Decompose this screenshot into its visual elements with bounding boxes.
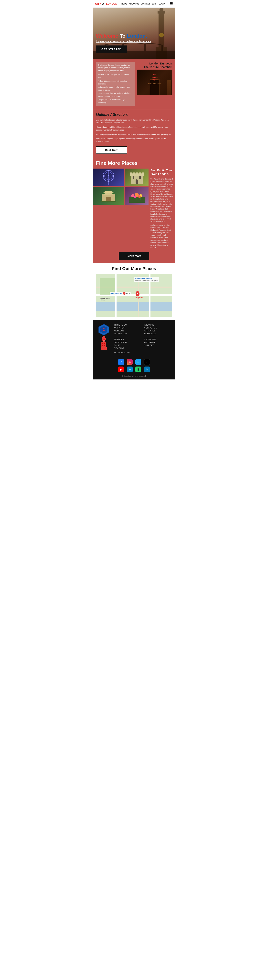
footer-about-us[interactable]: ABOUT US [144,324,172,326]
svg-rect-36 [142,172,144,174]
social-row-2: ▶ ✈ 📱 in [96,366,172,372]
learn-more-button[interactable]: Learn More [119,252,149,260]
footer-showcase[interactable]: SHOWCASE [144,339,172,340]
svg-rect-20 [108,180,109,182]
learn-more-row: Learn More [93,249,175,263]
nav-contact[interactable]: CONTACT [141,3,150,5]
svg-rect-39 [136,179,138,184]
nav-about[interactable]: ABOUT US [129,3,139,5]
fine-left-images [93,169,124,249]
flowers-svg [129,189,145,203]
instagram-icon[interactable]: ◎ [127,359,132,365]
footer-links: THING TO DO ABOUT US ACTIVITIES CONTACT … [114,324,172,354]
attraction-section: Multiple Attraction: Visit multiple top … [93,109,175,157]
footer-contact-us[interactable]: CONTACT US [144,327,172,329]
svg-rect-37 [133,177,134,179]
svg-rect-64 [102,345,103,346]
fine-section: Fine More Places [93,157,175,263]
nav-links: HOME ABOUT US CONTACT SURF LOG IN [121,3,165,5]
footer-resources[interactable]: RESOURCES [144,332,172,335]
dungeon-text1: The London Dungeon brings together an am… [98,64,133,72]
footer-museums[interactable]: MUSEUMS [114,330,142,332]
dungeon-enter-sign: Enter at Your Peril [139,83,171,85]
svg-rect-27 [100,201,116,202]
fine-best-title: Best Exotic Tour From London. [150,169,173,176]
hero-section: Welcome To London. It gives you an amazi… [93,8,175,59]
footer-inner: ⬡ [96,324,172,354]
big-ben-label: Big Ben [136,296,143,299]
svg-rect-25 [105,191,112,193]
london-eye-svg [103,169,114,186]
dungeon-image: thelondonDungeon Enter at Your Peril [137,70,172,95]
footer-links-grid: THING TO DO ABOUT US ACTIVITIES CONTACT … [114,324,172,354]
big-ben-pin: Big Ben [136,291,143,299]
svg-rect-32 [130,172,132,174]
hero-welcome: Welcome [96,33,118,39]
footer-discount[interactable]: DISCOUNT [114,347,142,351]
dungeon-text2: We love it. We know you will too. Here's… [98,73,133,79]
twitter-icon[interactable]: 🐦 [136,359,141,365]
hamburger-icon[interactable]: ☰ [170,2,173,6]
footer-activities[interactable]: ACTIVITIES [114,327,142,329]
svg-rect-26 [106,197,111,202]
linkedin-icon[interactable]: in [144,366,150,372]
nav-login[interactable]: LOG IN [159,3,165,5]
logo-of: OF [102,2,106,5]
nav-surf[interactable]: SURF [152,3,157,5]
fine-grid: Best Exotic Tour From London. The Royal … [93,169,175,249]
svg-point-28 [103,192,105,194]
svg-rect-38 [139,177,141,179]
attraction-text2: All attractions are within striking dist… [96,126,172,132]
footer-widgetkit[interactable]: WIDGETKIT [144,341,172,344]
dungeon-text5: State of the art theming and special eff… [98,92,133,95]
logo-london: LONDON [106,2,117,5]
fine-right: Best Exotic Tour From London. The Royal … [148,169,175,249]
svg-rect-54 [102,337,105,338]
whatsapp-icon[interactable]: 📱 [136,366,141,372]
flowers-image [125,187,148,205]
nav-home[interactable]: HOME [121,3,127,5]
book-now-button[interactable]: Book Now. [96,146,127,154]
footer-sales[interactable]: SALES [114,344,142,347]
footer-copyright: © Copyright All rights reserved. [96,375,172,379]
a302-label: A302 [125,292,131,295]
tiktok-icon[interactable]: ♪ [144,359,150,365]
building-svg [100,190,116,202]
dungeon-text4: 19 interactive shows, 20 live actors, 10… [98,86,133,92]
dungeon-inner: The London Dungeon brings together an am… [96,62,172,106]
footer-divider [96,357,172,357]
fine-middle-images [125,169,148,249]
attraction-text3: And with plenty of bars and restaurants … [96,133,172,136]
westminster-label: Westminster ⊖ [110,292,126,295]
map-box: Westminster ⊖ Boudiccan Rebellion Rivers… [96,274,172,317]
find-title: Find Out More Places [96,266,172,271]
dungeon-text7: Laughs, screams and cutting edge storyte… [98,98,133,104]
hex-svg: ⬡ [98,324,110,336]
footer-virtual-tour[interactable]: VIRTUAL TOUR [114,332,142,335]
dungeon-text-box: The London Dungeon brings together an am… [96,62,135,106]
footer-thing-to-do[interactable]: THING TO DO [114,324,142,326]
hero-to: To [120,33,127,39]
footer-book-ticket[interactable]: BOOK TICKET [114,341,142,344]
get-started-button[interactable]: GET STARTED [96,46,127,53]
svg-rect-40 [129,184,145,184]
footer-affiliates[interactable]: AFFILIATES [144,330,172,332]
svg-point-45 [134,196,136,198]
footer: ⬡ [93,320,175,379]
svg-rect-58 [101,347,107,350]
footer-services[interactable]: SERVICES [114,339,142,340]
svg-rect-57 [101,342,106,348]
london-eye-image [93,169,124,186]
youtube-icon[interactable]: ▶ [118,366,124,372]
footer-support[interactable]: SUPPORT [144,344,172,347]
fine-text1: The Royal Botanic Gardens of Kew is a wo… [150,178,173,223]
castle-svg [129,170,145,184]
logo-city: CITY [95,2,101,5]
svg-rect-19 [108,170,109,171]
find-section: Find Out More Places Westminster ⊖ Boudi… [93,263,175,320]
telegram-icon[interactable]: ✈ [127,366,132,372]
footer-logo-col: ⬡ [96,324,112,351]
dungeon-sign: thelondonDungeon [139,73,171,81]
footer-accomodation[interactable]: ACCOMODATION [114,352,142,354]
facebook-icon[interactable]: f [118,359,124,365]
